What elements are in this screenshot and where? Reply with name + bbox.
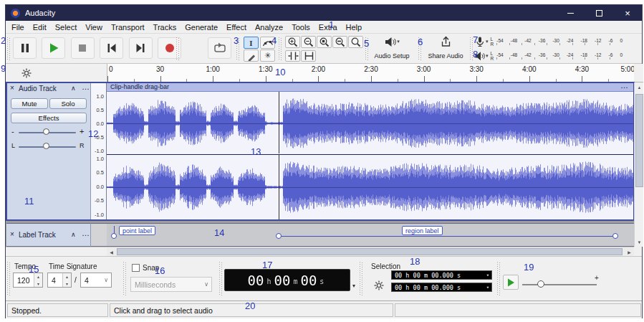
- mute-button[interactable]: Mute: [11, 98, 48, 109]
- vertical-scale-ruler[interactable]: 1.0 0.5 0.0 -0.5 -1.0 1.0 0.5 0.0 -0.5 -…: [91, 82, 107, 220]
- menu-item[interactable]: File: [7, 22, 29, 33]
- effects-button[interactable]: Effects: [11, 113, 87, 123]
- scroll-down-arrow[interactable]: ▼: [635, 237, 644, 247]
- zoom-in-button[interactable]: [285, 36, 300, 48]
- playback-speed-slider[interactable]: [522, 284, 597, 285]
- spin-down-icon[interactable]: ▾: [34, 280, 42, 288]
- multi-tool-button[interactable]: ✳: [260, 49, 275, 62]
- scroll-up-arrow[interactable]: ▲: [635, 82, 644, 92]
- status-bar: Stopped. Click and drag to select audio: [6, 300, 642, 318]
- callout-2: 2: [1, 35, 6, 46]
- point-label-chip[interactable]: point label: [119, 226, 155, 235]
- toolbar-grip[interactable]: [7, 37, 10, 60]
- time-signature-upper-input[interactable]: 4 ▴ ▾: [47, 273, 72, 288]
- zoom-toggle-button[interactable]: [348, 36, 363, 48]
- menu-item[interactable]: Select: [51, 22, 82, 33]
- timeline-tick-label: 4:00: [522, 65, 536, 73]
- trim-audio-button[interactable]: [285, 50, 300, 62]
- spin-down-icon[interactable]: ▾: [63, 280, 71, 288]
- time-signature-lower-select[interactable]: 4 ∨: [80, 273, 112, 288]
- menu-item[interactable]: Effect: [222, 22, 251, 33]
- tempo-spinner[interactable]: ▴ ▾: [34, 273, 42, 287]
- close-track-icon[interactable]: ×: [10, 230, 14, 238]
- vertical-scroll-thumb[interactable]: [635, 94, 643, 187]
- solo-button[interactable]: Solo: [49, 98, 87, 109]
- draw-tool-button[interactable]: [244, 49, 259, 62]
- menu-item[interactable]: Analyze: [251, 22, 287, 33]
- close-button[interactable]: ×: [613, 5, 642, 21]
- point-label-handle[interactable]: [111, 233, 117, 239]
- stop-button[interactable]: [71, 37, 95, 59]
- track-menu-icon[interactable]: …: [82, 229, 90, 237]
- audio-track-title[interactable]: Audio Track: [19, 85, 57, 93]
- minimize-button[interactable]: [556, 5, 585, 21]
- track-menu-icon[interactable]: …: [82, 82, 90, 91]
- audio-position-display[interactable]: 00 h 00 m 00 s: [224, 269, 350, 291]
- label-track-content[interactable]: point label region label: [107, 223, 634, 247]
- menu-item[interactable]: View: [81, 22, 107, 33]
- menu-item[interactable]: Edit: [29, 22, 51, 33]
- skip-to-start-button[interactable]: [100, 37, 123, 59]
- play-at-speed-button[interactable]: [503, 275, 519, 290]
- selection-gear-icon[interactable]: [374, 280, 384, 290]
- share-audio-button[interactable]: Share Audio: [424, 36, 467, 62]
- toolbar-grip[interactable]: [176, 37, 179, 60]
- fit-project-button[interactable]: [332, 36, 347, 48]
- region-label-chip[interactable]: region label: [402, 226, 443, 235]
- menu-item[interactable]: Extra: [314, 22, 342, 33]
- pan-slider-thumb[interactable]: [43, 143, 49, 149]
- toolbar-grip[interactable]: [360, 262, 362, 296]
- toolbar-grip[interactable]: [497, 262, 500, 296]
- timeline-gear-icon[interactable]: [21, 68, 32, 78]
- zoom-out-button[interactable]: [301, 36, 316, 48]
- audio-setup-button[interactable]: ▾ Audio Setup: [370, 36, 414, 62]
- time-format-caret-icon[interactable]: ▾: [352, 283, 355, 289]
- skip-to-end-button[interactable]: [129, 37, 153, 59]
- play-button[interactable]: [42, 37, 65, 59]
- region-end-handle[interactable]: [612, 233, 618, 239]
- clip-menu-icon[interactable]: …: [620, 81, 629, 90]
- meter-scale-value: -30: [552, 38, 559, 43]
- region-start-handle[interactable]: [276, 233, 282, 239]
- toolbar-grip[interactable]: [123, 262, 126, 296]
- time-signature-spinner[interactable]: ▴ ▾: [62, 273, 71, 287]
- gain-slider-thumb[interactable]: [43, 128, 49, 135]
- collapse-track-icon[interactable]: ∧: [71, 231, 76, 238]
- waveform-area[interactable]: Clip-handle drag-bar …: [107, 82, 634, 220]
- selection-tool-button[interactable]: I: [244, 37, 259, 49]
- spin-up-icon[interactable]: ▴: [63, 273, 71, 280]
- timeline-ruler[interactable]: 0301:001:302:002:303:003:304:004:305:00: [107, 64, 634, 82]
- pause-button[interactable]: [13, 37, 37, 59]
- waveform-channel-right[interactable]: [107, 154, 634, 219]
- snap-checkbox[interactable]: [132, 264, 140, 272]
- silence-audio-button[interactable]: [301, 50, 316, 62]
- label-track-title[interactable]: Label Track: [19, 231, 56, 239]
- close-track-icon[interactable]: ×: [10, 84, 14, 92]
- horizontal-scroll-thumb[interactable]: [117, 248, 623, 255]
- snap-mode-select[interactable]: Milliseconds ∨: [130, 277, 212, 292]
- fit-selection-button[interactable]: [317, 36, 332, 48]
- toolbar-grip[interactable]: [7, 262, 10, 296]
- selection-end-field[interactable]: 00 h 00 m 00.000 s ▾: [391, 283, 492, 292]
- menu-item[interactable]: Tracks: [149, 22, 181, 33]
- menu-item[interactable]: Help: [342, 22, 367, 33]
- zoom-out-icon: [303, 37, 314, 48]
- selection-start-field[interactable]: 00 h 00 m 00.000 s ▾: [391, 270, 492, 280]
- toolbar-grip[interactable]: [279, 37, 282, 60]
- tempo-input[interactable]: 120 ▴ ▾: [13, 273, 43, 288]
- maximize-button[interactable]: [585, 5, 613, 21]
- menu-item[interactable]: Transport: [107, 22, 149, 33]
- menu-item[interactable]: Generate: [181, 22, 222, 33]
- menu-item[interactable]: Tools: [287, 22, 314, 33]
- playback-meter[interactable]: ▾ L R -54-48-42-36-30-24-18-12-60: [474, 49, 623, 62]
- toolbar-grip[interactable]: [219, 262, 222, 296]
- waveform-channel-left[interactable]: [107, 92, 634, 153]
- loop-button[interactable]: [208, 37, 231, 59]
- vertical-scrollbar[interactable]: ▲ ▼: [634, 82, 643, 247]
- playback-speed-thumb[interactable]: [537, 280, 544, 288]
- collapse-track-icon[interactable]: ∧: [71, 85, 76, 92]
- callout-10: 10: [275, 67, 285, 77]
- clip-handle-drag-bar[interactable]: Clip-handle drag-bar …: [107, 82, 634, 92]
- horizontal-scrollbar[interactable]: ◀ ▶: [107, 247, 634, 256]
- recording-meter[interactable]: ▾ L R -54-48-42-36-30-24-18-12-60: [474, 35, 623, 48]
